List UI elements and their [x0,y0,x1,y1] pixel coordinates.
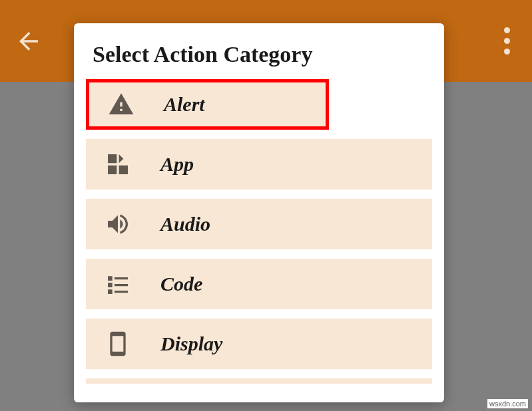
menu-dot-icon [504,27,510,33]
app-icon [105,151,142,178]
category-label: Display [160,333,222,355]
display-icon [105,331,142,357]
overflow-menu-button[interactable] [493,27,520,55]
category-label: App [160,153,194,176]
watermark: wsxdn.com [487,399,528,408]
category-item-app[interactable]: App [86,139,432,190]
back-button[interactable] [12,25,45,58]
category-label: Code [160,273,202,295]
audio-icon [105,211,142,237]
select-action-category-dialog: Select Action Category Alert App Audio C… [74,23,444,402]
menu-dot-icon [504,38,510,44]
menu-dot-icon [504,49,510,55]
code-icon [105,271,142,297]
arrow-left-icon [15,27,43,55]
alert-icon [108,91,145,118]
category-item-partial[interactable] [86,378,432,384]
category-item-code[interactable]: Code [86,259,432,309]
category-label: Audio [160,213,210,235]
category-item-alert[interactable]: Alert [86,79,329,130]
category-label: Alert [164,93,205,116]
category-item-display[interactable]: Display [86,319,432,369]
dialog-title: Select Action Category [74,42,444,79]
category-list: Alert App Audio Code Display [74,79,444,384]
category-item-audio[interactable]: Audio [86,199,432,249]
